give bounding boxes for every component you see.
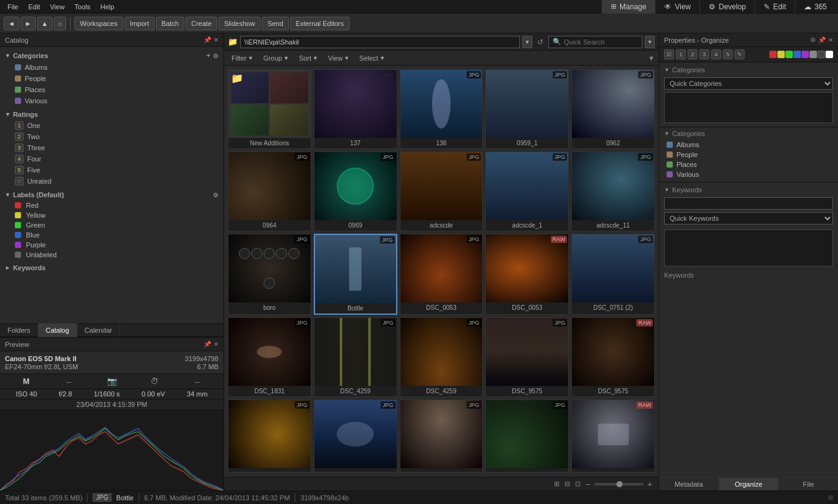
view-button[interactable]: 👁 View bbox=[655, 0, 699, 14]
thumb-item-0969[interactable]: JPG 0969 bbox=[314, 152, 397, 231]
create-btn[interactable]: Create bbox=[186, 17, 217, 30]
thumb-item-0962[interactable]: JPG 0962 bbox=[571, 69, 655, 149]
rating-one[interactable]: 1 One bbox=[0, 120, 223, 131]
rating-four[interactable]: 4 Four bbox=[0, 153, 223, 164]
search-input[interactable] bbox=[564, 38, 638, 46]
quick-keywords-dropdown[interactable]: Quick Keywords bbox=[664, 212, 833, 224]
preview-close-icon[interactable]: ✕ bbox=[214, 341, 218, 348]
select-btn[interactable]: Select ▼ bbox=[356, 53, 389, 63]
thumb-item-bottle[interactable]: JPG Bottle bbox=[314, 234, 397, 315]
label-purple[interactable]: Purple bbox=[0, 240, 223, 250]
color-swatch-8[interactable] bbox=[826, 51, 833, 58]
color-swatch-4[interactable] bbox=[793, 51, 801, 58]
color-swatch-5[interactable] bbox=[801, 51, 809, 58]
rating-three[interactable]: 3 Three bbox=[0, 142, 223, 153]
keywords-input[interactable] bbox=[664, 197, 833, 210]
menu-view[interactable]: View bbox=[45, 3, 70, 11]
thumb-item-row4-5[interactable]: RAW bbox=[571, 399, 655, 472]
menu-tools[interactable]: Tools bbox=[69, 3, 95, 11]
org-icon-3[interactable]: 2 bbox=[688, 49, 698, 59]
quick-categories-dropdown[interactable]: Quick Categories bbox=[664, 77, 833, 90]
thumb-item-dsc0053-1[interactable]: JPG DSC_0053 bbox=[400, 234, 483, 315]
color-swatch-2[interactable] bbox=[777, 51, 785, 58]
nav-forward[interactable]: ► bbox=[20, 17, 36, 30]
rating-two[interactable]: 2 Two bbox=[0, 131, 223, 142]
catalog-item-various[interactable]: Various bbox=[0, 95, 223, 106]
br-tab-metadata[interactable]: Metadata bbox=[659, 478, 719, 490]
labels-section-header[interactable]: ▼ Labels (Default) ⚙ bbox=[0, 189, 223, 200]
sort-btn[interactable]: Sort ▼ bbox=[295, 53, 322, 63]
thumb-item-boro[interactable]: JPG boro bbox=[228, 234, 311, 315]
refresh-icon[interactable]: ↺ bbox=[535, 38, 546, 46]
edit-button[interactable]: ✎ Edit bbox=[754, 0, 795, 14]
nav-up[interactable]: ▲ bbox=[37, 17, 53, 30]
add-category-icon[interactable]: + bbox=[206, 51, 210, 60]
cat-tree-places[interactable]: Places bbox=[664, 160, 833, 169]
thumb-item-dsc0751[interactable]: JPG DSC_0751 (2) bbox=[571, 234, 655, 315]
thumb-item-row4-3[interactable]: JPG bbox=[400, 399, 483, 472]
thumb-item-adcscde11[interactable]: JPG adcscde_11 bbox=[571, 152, 655, 231]
filter-scroll-right[interactable]: ▼ bbox=[648, 54, 655, 62]
rating-unrated[interactable]: ☆ Unrated bbox=[0, 176, 223, 187]
zoom-nav-1[interactable]: ⊞ bbox=[553, 480, 561, 488]
org-icon-6[interactable]: 5 bbox=[723, 49, 733, 59]
right-panel-settings-icon[interactable]: ⚙ bbox=[810, 36, 816, 43]
ratings-section-header[interactable]: ▼ Ratings bbox=[0, 109, 223, 120]
thumb-item-adcscde[interactable]: JPG adcscde bbox=[400, 152, 483, 231]
path-dropdown-btn[interactable]: ▼ bbox=[522, 36, 532, 48]
right-keywords-header[interactable]: ▼ Keywords bbox=[664, 186, 833, 194]
nav-back[interactable]: ◄ bbox=[4, 17, 19, 30]
thumb-item-dsc0053-2[interactable]: RAW DSC_0053 bbox=[485, 234, 569, 315]
external-editors-btn[interactable]: External Editors bbox=[290, 17, 350, 30]
color-swatch-3[interactable] bbox=[785, 51, 793, 58]
right-cat-header-2[interactable]: ▼ Categories bbox=[664, 130, 833, 137]
org-icon-4[interactable]: 3 bbox=[699, 49, 709, 59]
workspaces-btn[interactable]: Workspaces bbox=[74, 17, 123, 30]
br-tab-file[interactable]: File bbox=[779, 478, 838, 490]
rating-five[interactable]: 5 Five bbox=[0, 164, 223, 176]
thumb-item-adcscde1[interactable]: JPG adcscde_1 bbox=[485, 152, 569, 231]
org-icon-5[interactable]: 4 bbox=[711, 49, 721, 59]
color-swatch-1[interactable] bbox=[769, 51, 777, 58]
tab-folders[interactable]: Folders bbox=[0, 323, 38, 337]
thumb-item-0959[interactable]: JPG 0959_1 bbox=[485, 69, 569, 149]
thumb-item-137[interactable]: JPG 137 bbox=[314, 69, 397, 149]
thumb-item-dsc9575-2[interactable]: RAW DSC_9575 bbox=[571, 317, 655, 397]
thumb-item-row4-4[interactable]: JPG bbox=[485, 399, 569, 472]
label-unlabeled[interactable]: Unlabeled bbox=[0, 250, 223, 260]
catalog-close-icon[interactable]: ✕ bbox=[214, 36, 218, 43]
menu-help[interactable]: Help bbox=[95, 3, 119, 11]
label-red[interactable]: Red bbox=[0, 200, 223, 210]
thumb-item-row4-1[interactable]: JPG bbox=[228, 399, 311, 472]
label-yellow[interactable]: Yellow bbox=[0, 210, 223, 220]
label-green[interactable]: Green bbox=[0, 220, 223, 230]
thumb-item-dsc4259-1[interactable]: JPG DSC_4259 bbox=[314, 317, 397, 397]
tab-calendar[interactable]: Calendar bbox=[77, 323, 121, 337]
menu-edit[interactable]: Edit bbox=[24, 3, 45, 11]
develop-button[interactable]: ⚙ Develop bbox=[699, 0, 754, 14]
view-btn[interactable]: View ▼ bbox=[324, 53, 353, 63]
cat-tree-people[interactable]: People bbox=[664, 150, 833, 160]
org-icon-1[interactable]: ☑ bbox=[664, 49, 674, 59]
zoom-nav-3[interactable]: ⊡ bbox=[574, 480, 582, 488]
group-btn[interactable]: Group ▼ bbox=[259, 53, 293, 63]
preview-pin-icon[interactable]: 📌 bbox=[204, 341, 211, 348]
org-icon-2[interactable]: 1 bbox=[676, 49, 686, 59]
org-icon-edit[interactable]: ✎ bbox=[735, 49, 745, 59]
catalog-item-people[interactable]: People bbox=[0, 73, 223, 84]
catalog-pin-icon[interactable]: 📌 bbox=[204, 36, 211, 43]
color-swatch-6[interactable] bbox=[810, 51, 817, 58]
cat-tree-various[interactable]: Various bbox=[664, 169, 833, 179]
manage-button[interactable]: ⊞ Manage bbox=[602, 0, 655, 14]
labels-settings-icon[interactable]: ⚙ bbox=[213, 192, 218, 199]
thumb-item-138[interactable]: JPG 138 bbox=[400, 69, 483, 149]
tab-catalog[interactable]: Catalog bbox=[38, 323, 77, 337]
menu-file[interactable]: File bbox=[2, 3, 24, 11]
categories-section-header[interactable]: ▼ Categories + ⚙ bbox=[0, 49, 223, 62]
thumb-item-row4-2[interactable]: JPG bbox=[314, 399, 397, 472]
right-panel-pin-icon[interactable]: 📌 bbox=[818, 36, 826, 43]
keywords-section-header[interactable]: ► Keywords bbox=[0, 262, 223, 273]
slideshow-btn[interactable]: Slideshow bbox=[218, 17, 261, 30]
batch-btn[interactable]: Batch bbox=[156, 17, 184, 30]
thumb-item-dsc1831[interactable]: JPG DSC_1831 bbox=[228, 317, 311, 397]
